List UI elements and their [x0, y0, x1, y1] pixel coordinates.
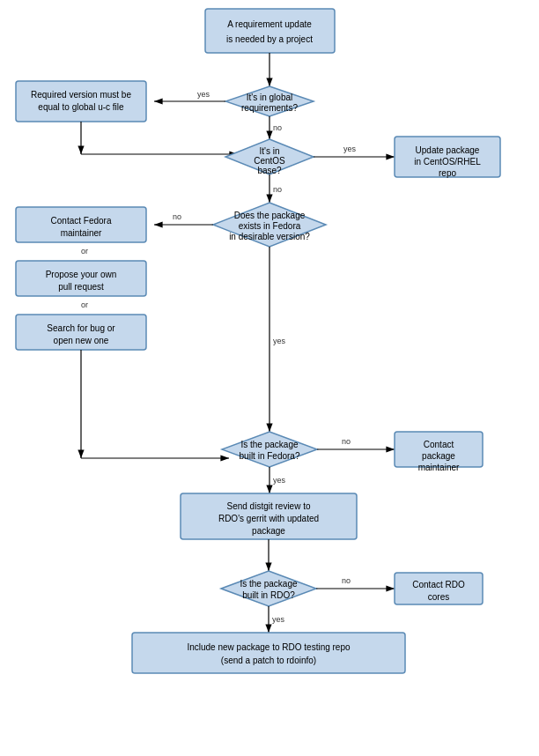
send-distgit-label3: package — [252, 526, 285, 536]
label-no1: no — [273, 123, 282, 132]
start-label2: is needed by a project — [226, 34, 313, 44]
contact-rdo-label2: cores — [428, 592, 449, 602]
centos-base-label2: CentOS — [254, 156, 285, 166]
label-or2: or — [81, 300, 88, 309]
contact-rdo-label: Contact RDO — [412, 580, 465, 589]
include-pkg-node — [132, 633, 405, 673]
contact-pkg-label3: maintainer — [418, 463, 460, 472]
fedora-ver-label2: exists in Fedora — [239, 221, 301, 231]
search-bug-label2: open new one — [54, 336, 109, 345]
update-centos-label2: in CentOS/RHEL — [414, 157, 481, 167]
built-rdo-label: Is the package — [240, 579, 297, 589]
start-node — [205, 9, 335, 53]
built-rdo-label2: built in RDO? — [242, 590, 295, 600]
built-fedora-label: Is the package — [240, 440, 298, 449]
fedora-ver-label3: in desirable version? — [229, 232, 310, 241]
propose-pr-label2: pull request — [58, 282, 104, 292]
label-yes5: yes — [272, 615, 285, 624]
update-centos-label: Update package — [416, 145, 480, 155]
label-yes3: yes — [273, 337, 286, 345]
label-or1: or — [81, 247, 88, 256]
global-req-label2: requirements? — [241, 103, 298, 113]
send-distgit-label2: RDO's gerrit with updated — [218, 514, 319, 523]
built-fedora-diamond — [222, 432, 317, 467]
contact-fedora-label: Contact Fedora — [51, 216, 112, 226]
contact-pkg-label: Contact — [424, 440, 454, 449]
label-no2: no — [273, 185, 282, 194]
label-yes4: yes — [273, 476, 286, 485]
centos-base-label3: base? — [257, 166, 282, 175]
fedora-ver-label: Does the package — [234, 211, 306, 220]
include-pkg-label: Include new package to RDO testing repo — [187, 642, 351, 652]
built-fedora-label2: built in Fedora? — [240, 451, 300, 461]
propose-pr-label: Propose your own — [46, 270, 117, 279]
centos-base-label: It's in — [259, 146, 279, 156]
label-yes2: yes — [343, 145, 357, 153]
label-no5: no — [342, 576, 351, 585]
flowchart-container: A requirement update is needed by a proj… — [0, 0, 539, 756]
start-label: A requirement update — [227, 19, 312, 29]
include-pkg-label2: (send a patch to rdoinfo) — [221, 656, 316, 665]
label-no3: no — [173, 212, 181, 221]
req-version-label: Required version must be — [31, 90, 131, 100]
update-centos-label3: repo — [439, 168, 456, 178]
global-req-label: It's in global — [247, 93, 293, 102]
search-bug-label: Search for bug or — [47, 323, 115, 333]
send-distgit-label: Send distgit review to — [226, 501, 310, 511]
label-no4: no — [342, 437, 351, 446]
contact-pkg-label2: package — [422, 451, 455, 461]
contact-fedora-label2: maintainer — [61, 228, 102, 238]
label-yes1: yes — [197, 90, 210, 99]
req-version-label2: equal to global u-c file — [38, 102, 124, 112]
built-rdo-diamond — [221, 571, 316, 606]
